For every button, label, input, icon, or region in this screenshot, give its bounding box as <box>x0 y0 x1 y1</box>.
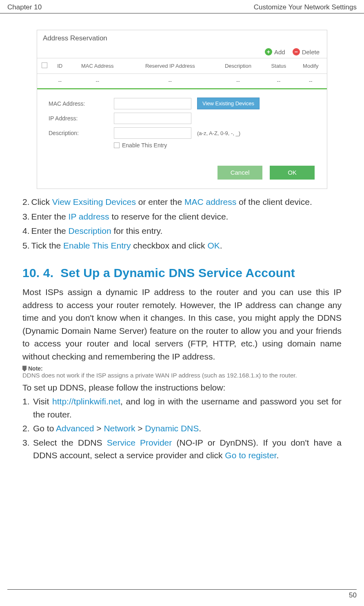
checkbox-icon[interactable] <box>42 62 47 68</box>
ip-input[interactable] <box>114 113 191 124</box>
mac-input[interactable] <box>114 98 191 109</box>
table-row: -- -- -- -- -- -- <box>37 74 327 89</box>
followup-text: To set up DDNS, please follow the instru… <box>22 383 342 393</box>
tplink-url: http://tplinkwifi.net <box>52 397 120 406</box>
ddns-paragraph: Most ISPs assign a dynamic IP address to… <box>22 286 342 363</box>
address-reservation-panel: Address Reservation + Add − Delete ID MA… <box>37 30 327 189</box>
reservation-table: ID MAC Address Reserved IP Address Descr… <box>37 58 327 89</box>
note-label: Note: <box>28 365 43 372</box>
nav-ddns: Dynamic DNS <box>145 424 199 433</box>
note-block: Note: <box>22 365 342 372</box>
col-ip: Reserved IP Address <box>127 58 213 74</box>
chapter-label: Chapter 10 <box>7 3 42 11</box>
step-b2-pre: Go to <box>33 424 56 433</box>
section-heading: 10. 4. Set Up a Dynamic DNS Service Acco… <box>22 266 342 280</box>
steps-list-b: 1. Visit http://tplinkwifi.net, and log … <box>22 395 342 462</box>
step-b2-post: . <box>199 424 201 433</box>
col-status: Status <box>263 58 294 74</box>
cell-modify: -- <box>294 74 327 89</box>
entry-form: MAC Address: View Existing Devices IP Ad… <box>37 89 327 157</box>
delete-button[interactable]: − Delete <box>293 48 320 55</box>
view-existing-devices-button[interactable]: View Existing Devices <box>197 98 260 109</box>
service-provider: Service Provider <box>107 438 172 447</box>
step-b1: 1. Visit http://tplinkwifi.net, and log … <box>22 395 342 421</box>
step-b3-post: . <box>276 451 279 460</box>
plus-icon: + <box>265 48 272 55</box>
col-checkbox <box>37 58 52 74</box>
col-modify: Modify <box>294 58 327 74</box>
sep2: > <box>135 424 145 433</box>
cancel-button[interactable]: Cancel <box>218 166 262 180</box>
step-item: 2.Click View Exsiting Devices or enter t… <box>22 195 342 209</box>
page-number: 50 <box>7 589 357 599</box>
cell-status: -- <box>263 74 294 89</box>
desc-input[interactable] <box>114 127 191 139</box>
desc-label: Description: <box>49 130 114 136</box>
step-item: 3.Enter the IP address to reserve for th… <box>22 210 342 224</box>
cell-id: -- <box>52 74 68 89</box>
step-item: 5.Tick the Enable This Entry checkbox an… <box>22 239 342 253</box>
enable-checkbox[interactable] <box>114 142 120 148</box>
section-label: Customize Your Network Settings <box>254 3 357 11</box>
cell-chk <box>37 74 52 89</box>
step-b1-pre: Visit <box>33 397 52 406</box>
cell-ip: -- <box>127 74 213 89</box>
step-item: 4.Enter the Description for this entry. <box>22 224 342 238</box>
panel-title: Address Reservation <box>37 30 327 45</box>
add-button[interactable]: + Add <box>265 48 285 55</box>
section-title: Set Up a Dynamic DNS Service Account <box>60 266 295 280</box>
flag-icon <box>22 366 27 371</box>
col-desc: Description <box>213 58 263 74</box>
enable-label: Enable This Entry <box>122 142 167 149</box>
step-b3: 3. Select the DDNS Service Provider (NO-… <box>22 436 342 462</box>
steps-list-a: 2.Click View Exsiting Devices or enter t… <box>22 195 342 252</box>
table-header-row: ID MAC Address Reserved IP Address Descr… <box>37 58 327 74</box>
cell-mac: -- <box>68 74 127 89</box>
step-b2: 2. Go to Advanced > Network > Dynamic DN… <box>22 422 342 435</box>
mac-label: MAC Address: <box>49 100 114 107</box>
ok-button[interactable]: OK <box>270 166 315 180</box>
step-b3-pre: Select the DDNS <box>33 438 107 447</box>
page-header: Chapter 10 Customize Your Network Settin… <box>0 0 364 13</box>
go-to-register: Go to register <box>225 451 276 460</box>
delete-label: Delete <box>302 49 320 55</box>
desc-hint: (a-z, A-Z, 0-9, -, _) <box>197 130 240 136</box>
nav-advanced: Advanced <box>56 424 94 433</box>
sep1: > <box>94 424 104 433</box>
ip-label: IP Address: <box>49 115 114 122</box>
col-id: ID <box>52 58 68 74</box>
note-text: DDNS does not work if the ISP assigns a … <box>22 372 342 379</box>
section-number: 10. 4. <box>22 266 53 280</box>
add-label: Add <box>274 49 285 55</box>
cell-desc: -- <box>213 74 263 89</box>
panel-toolbar: + Add − Delete <box>37 45 327 58</box>
col-mac: MAC Address <box>68 58 127 74</box>
nav-network: Network <box>104 424 135 433</box>
minus-icon: − <box>293 48 300 55</box>
